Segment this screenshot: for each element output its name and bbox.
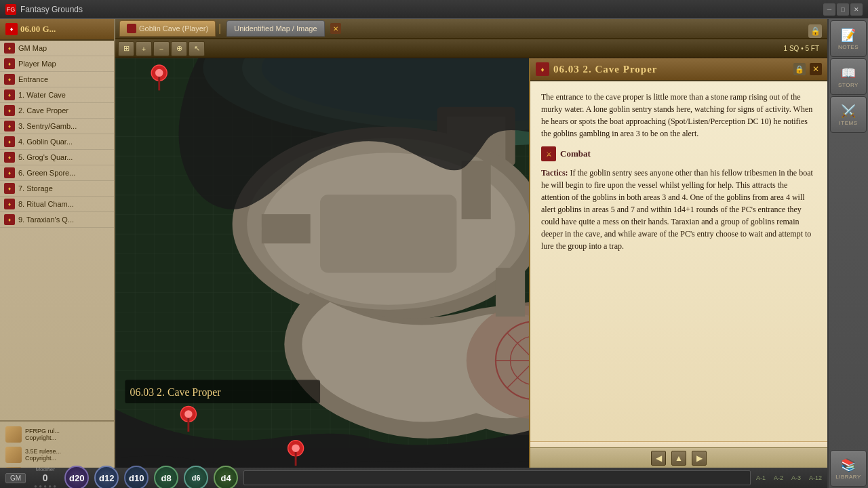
right-sidebar: 📝 Notes 📖 Story ⚔️ Items 📚 Library [827, 19, 868, 488]
map-icon: ♦ [4, 167, 15, 178]
sidebar-item-cave-proper[interactable]: ♦ 2. Cave Proper [0, 103, 114, 119]
tactics-label: Tactics: [541, 168, 570, 178]
nav-up-button[interactable]: ▲ [671, 451, 686, 466]
library-icon: 📚 [841, 458, 856, 472]
toolbar-pointer-btn[interactable]: ↖ [189, 41, 205, 56]
tool-story-label: Story [838, 82, 859, 88]
sidebar-label-grogs-quar: 5. Grog's Quar... [18, 153, 73, 161]
map-icon: ♦ [4, 43, 15, 54]
minimize-button[interactable]: ─ [823, 3, 835, 16]
sidebar-item-entrance[interactable]: ♦ Entrance [0, 72, 114, 87]
gm-badge[interactable]: GM [5, 473, 26, 483]
map-icon: ♦ [4, 199, 15, 209]
rulebook-icon [5, 447, 22, 463]
sidebar-header: ♦ 06.00 G... [0, 19, 114, 41]
toolbar-zoom-out-btn[interactable]: − [153, 41, 170, 56]
coord-bar: A-1 A-2 A-3 A-12 [756, 474, 822, 481]
content-body: The entrance to the cave proper is littl… [530, 81, 827, 441]
tool-items-label: Items [840, 120, 858, 126]
svg-point-34 [292, 445, 300, 453]
sidebar-header-icon: ♦ [5, 23, 18, 35]
sidebar-label-cave-proper: 2. Cave Proper [18, 106, 68, 115]
content-panel-header: ♦ 06.03 2. Cave Proper 🔒 ✕ [530, 58, 827, 81]
dice-d8[interactable]: d8 [154, 466, 178, 488]
map-icon: ♦ [4, 214, 15, 225]
svg-point-28 [155, 69, 163, 77]
map-toolbar: ⊞ + − ⊕ ↖ 1 SQ • 5 FT [115, 39, 827, 58]
sidebar-item-water[interactable]: ♦ 1. Water Cave [0, 87, 114, 103]
tool-notes[interactable]: 📝 Notes [830, 20, 867, 57]
sidebar-label-ritual: 8. Ritual Cham... [18, 200, 74, 208]
sidebar-label-entrance: Entrance [18, 75, 48, 83]
sidebar-label-green-spore: 6. Green Spore... [18, 169, 75, 177]
window-controls: ─ □ ✕ [823, 3, 863, 16]
sidebar-item-green-spore[interactable]: ♦ 6. Green Spore... [0, 165, 114, 181]
toolbar-grid-btn[interactable]: ⊞ [118, 41, 134, 56]
map-lock-icon[interactable]: 🔒 [808, 24, 822, 38]
nav-next-button[interactable]: ▶ [692, 451, 707, 466]
sidebar-label-taraxian: 9. Taraxian's Q... [18, 216, 74, 224]
modifier-dots: ● ● ● ● ● [34, 483, 56, 488]
maximize-button[interactable]: □ [837, 3, 849, 16]
dice-d20[interactable]: d20 [64, 466, 89, 488]
combat-label: Combat [560, 148, 591, 159]
tactics-text: If the goblin sentry sees anyone other t… [541, 168, 813, 251]
content-close-button[interactable]: ✕ [810, 63, 822, 75]
dice-d10[interactable]: d10 [124, 466, 149, 488]
tab-separator: | [218, 22, 221, 35]
left-sidebar: ♦ 06.00 G... ♦ GM Map ♦ Player Map ♦ Ent… [0, 19, 115, 488]
nav-prev-button[interactable]: ◀ [651, 451, 666, 466]
story-icon: 📖 [841, 66, 856, 81]
tool-story[interactable]: 📖 Story [830, 58, 867, 95]
content-lock-icon[interactable]: 🔒 [793, 63, 806, 75]
sidebar-item-taraxian[interactable]: ♦ 9. Taraxian's Q... [0, 212, 114, 228]
title-bar: FG Fantasy Grounds ─ □ ✕ [0, 0, 868, 19]
dice-d12[interactable]: d12 [94, 466, 119, 488]
svg-rect-22 [462, 161, 491, 219]
toolbar-ping-btn[interactable]: ⊕ [171, 41, 187, 56]
sidebar-item-sentry[interactable]: ♦ 3. Sentry/Gamb... [0, 119, 114, 134]
tool-items[interactable]: ⚔️ Items [830, 96, 867, 133]
footer-item-pfrpg[interactable]: PFRPG rul...Copyright... [3, 424, 111, 445]
notes-icon: 📝 [841, 28, 856, 43]
sidebar-item-ritual[interactable]: ♦ 8. Ritual Cham... [0, 197, 114, 212]
map-icon: ♦ [4, 105, 15, 116]
tab-icon [127, 24, 136, 33]
toolbar-zoom-in-btn[interactable]: + [136, 41, 152, 56]
svg-rect-23 [262, 214, 311, 243]
svg-point-31 [184, 410, 193, 418]
footer-item-35e[interactable]: 3.5E rulese...Copyright... [3, 445, 111, 465]
map-icon: ♦ [4, 89, 15, 100]
sidebar-label-sentry: 3. Sentry/Gamb... [18, 122, 77, 130]
tactics-paragraph: Tactics: If the goblin sentry sees anyon… [541, 167, 816, 252]
svg-text:06.03 2. Cave Proper: 06.03 2. Cave Proper [130, 386, 222, 399]
app-title: Fantasy Grounds [20, 5, 823, 14]
chat-input[interactable] [243, 470, 751, 485]
map-icon: ♦ [4, 136, 15, 147]
svg-rect-24 [496, 268, 525, 317]
sidebar-label-player-map: Player Map [18, 60, 56, 68]
dice-d4[interactable]: d4 [214, 466, 238, 488]
items-icon: ⚔️ [841, 104, 856, 119]
sidebar-item-gm-map[interactable]: ♦ GM Map [0, 41, 114, 56]
map-tab-unidentified[interactable]: Unidentified Map / Image [226, 20, 324, 37]
sidebar-item-storage[interactable]: ♦ 7. Storage [0, 181, 114, 197]
map-tab-unidentified-label: Unidentified Map / Image [234, 24, 317, 33]
sidebar-label-gm-map: GM Map [18, 44, 47, 52]
intro-paragraph: The entrance to the cave proper is littl… [541, 91, 816, 140]
sidebar-item-grogs-quar[interactable]: ♦ 5. Grog's Quar... [0, 150, 114, 165]
coord-a1: A-1 [756, 474, 766, 481]
sidebar-item-player-map[interactable]: ♦ Player Map [0, 56, 114, 72]
tool-library[interactable]: 📚 Library [830, 450, 867, 487]
close-button[interactable]: ✕ [850, 3, 863, 16]
dice-d6[interactable]: d6 [184, 466, 208, 488]
sidebar-item-goblin-quar[interactable]: ♦ 4. Goblin Quar... [0, 134, 114, 150]
app-icon: FG [5, 4, 16, 15]
map-icon: ♦ [4, 58, 15, 69]
content-panel: ♦ 06.03 2. Cave Proper 🔒 ✕ The entrance … [529, 58, 827, 468]
app-body: ♦ 06.00 G... ♦ GM Map ♦ Player Map ♦ Ent… [0, 19, 868, 488]
map-window-close[interactable]: ✕ [330, 23, 341, 34]
map-tab-player[interactable]: Goblin Cave (Player) [119, 20, 216, 37]
nav-arrows: ◀ ▲ ▶ [530, 447, 827, 468]
modifier-area: Modifier 0 ● ● ● ● ● [34, 466, 56, 488]
